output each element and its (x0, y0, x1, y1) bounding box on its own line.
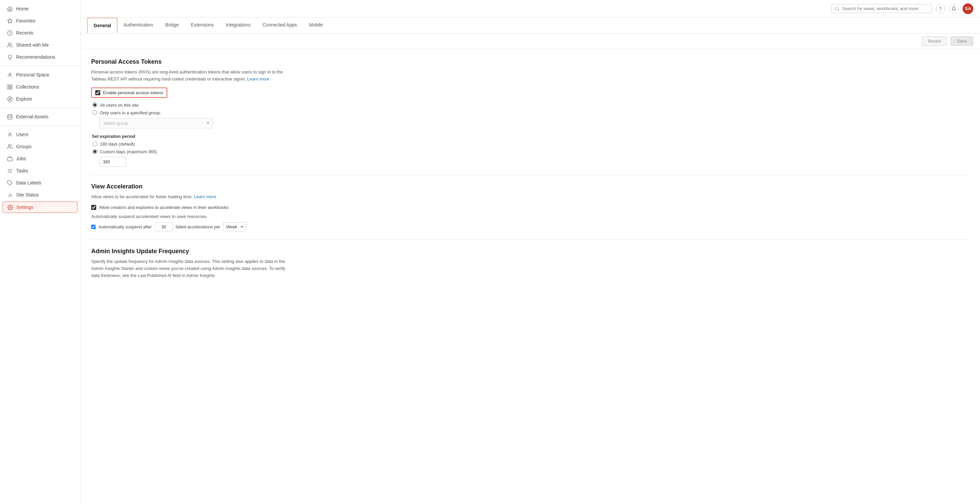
pat-learn-more-link[interactable]: Learn more (247, 76, 269, 81)
sidebar-item-jobs[interactable]: Jobs (0, 153, 80, 165)
lightbulb-icon (7, 54, 13, 60)
sidebar-item-label: Recommendations (16, 54, 55, 60)
enable-pat-checkbox-container: Enable personal access tokens (91, 87, 167, 98)
sidebar-item-explore[interactable]: Explore (0, 93, 80, 105)
svg-point-11 (9, 132, 11, 135)
pat-description: Personal access tokens (PATs) are long-l… (91, 69, 292, 83)
sidebar-item-home[interactable]: Home (0, 3, 80, 15)
specified-group-radio[interactable] (92, 110, 97, 115)
tab-extensions[interactable]: Extensions (185, 17, 220, 33)
sidebar-item-favorites[interactable]: Favorites (0, 15, 80, 27)
select-group-dropdown[interactable]: Select group (99, 118, 213, 129)
svg-point-10 (8, 114, 12, 116)
database-icon (7, 114, 13, 120)
tag-icon (7, 180, 13, 186)
admin-insights-section: Admin Insights Update Frequency Specify … (91, 248, 969, 279)
tab-mobile[interactable]: Mobile (303, 17, 329, 33)
tab-integrations[interactable]: Integrations (220, 17, 256, 33)
tab-authentication[interactable]: Authentication (117, 17, 159, 33)
grid-icon (7, 84, 13, 90)
allow-accelerate-checkbox[interactable] (91, 205, 96, 210)
tab-general[interactable]: General (87, 18, 117, 33)
question-icon: ? (939, 6, 942, 11)
custom-days-input[interactable]: 365 (99, 157, 126, 167)
personal-access-tokens-section: Personal Access Tokens Personal access t… (91, 58, 969, 167)
sidebar-item-collections[interactable]: Collections (0, 81, 80, 93)
sidebar-item-label: Recents (16, 30, 33, 35)
save-button[interactable]: Save (950, 36, 973, 46)
action-bar: Revert Save (81, 33, 980, 49)
expiry-radio-group: 180 days (default) Custom days (maximum … (92, 142, 969, 154)
180-days-radio[interactable] (92, 142, 97, 146)
expiration-section: Set expiration period 180 days (default)… (91, 134, 969, 167)
ai-description: Specify the update frequency for Admin I… (91, 258, 292, 279)
tab-bridge[interactable]: Bridge (159, 17, 185, 33)
sidebar-section-admin: External Assets (0, 108, 80, 126)
help-button[interactable]: ? (936, 4, 945, 13)
svg-line-23 (838, 10, 839, 10)
svg-point-22 (835, 7, 838, 10)
svg-point-21 (10, 207, 11, 208)
revert-button[interactable]: Revert (922, 36, 947, 46)
briefcase-icon (7, 156, 13, 162)
specified-group-label[interactable]: Only users in a specified group: (100, 110, 161, 115)
custom-days-label[interactable]: Custom days (maximum 365) (100, 149, 157, 154)
sidebar-item-recommendations[interactable]: Recommendations (0, 51, 80, 63)
sidebar-item-label: Data Labels (16, 180, 41, 186)
search-input[interactable] (842, 6, 928, 11)
sidebar-item-recents[interactable]: Recents (0, 27, 80, 39)
sidebar-item-settings[interactable]: Settings (3, 202, 78, 213)
gear-icon (7, 204, 13, 210)
sidebar-item-label: Home (16, 6, 29, 11)
home-icon (7, 6, 13, 12)
auto-suspend-label[interactable]: Automatically suspend after (98, 224, 152, 229)
sidebar-item-label: Collections (16, 84, 39, 89)
sidebar-item-shared[interactable]: Shared with Me (0, 39, 80, 51)
sidebar-item-personal-space[interactable]: Personal Space (0, 69, 80, 81)
sidebar-item-label: External Assets (16, 114, 49, 119)
chart-icon (7, 192, 13, 198)
svg-marker-0 (7, 18, 12, 23)
specified-group-radio-item: Only users in a specified group: (92, 110, 969, 115)
sidebar-item-external-assets[interactable]: External Assets (0, 111, 80, 123)
main-content: ? SA General Authentication Bridge Exten… (81, 0, 980, 504)
sidebar-item-label: Favorites (16, 18, 35, 24)
failed-text: failed accelerations per (176, 224, 221, 229)
sidebar: Home Favorites Recents (0, 0, 81, 504)
svg-rect-13 (7, 157, 12, 161)
expiry-title: Set expiration period (92, 134, 969, 139)
180-days-radio-item: 180 days (default) (92, 142, 969, 146)
all-users-label[interactable]: All users on this site (100, 103, 139, 108)
sidebar-item-site-status[interactable]: Site Status (0, 189, 80, 201)
svg-marker-9 (9, 98, 11, 100)
topbar: ? SA (81, 0, 980, 17)
settings-content: Personal Access Tokens Personal access t… (81, 49, 980, 504)
sidebar-item-groups[interactable]: Groups (0, 140, 80, 153)
select-group-container: Select group (99, 118, 969, 129)
suspend-value-input[interactable]: 30 (154, 222, 173, 231)
svg-rect-6 (8, 87, 10, 89)
allow-accelerate-label[interactable]: Allow creators and explorers to accelera… (99, 205, 229, 210)
sidebar-item-label: Tasks (16, 168, 28, 173)
sidebar-section-manage: Users Groups Jobs (0, 126, 80, 216)
svg-point-3 (9, 73, 11, 75)
auto-suspend-checkbox[interactable] (91, 225, 95, 229)
custom-days-radio[interactable] (92, 149, 97, 154)
enable-pat-label[interactable]: Enable personal access tokens (103, 90, 163, 95)
sidebar-item-label: Users (16, 132, 29, 137)
va-learn-more-link[interactable]: Learn more (194, 194, 216, 199)
sidebar-item-tasks[interactable]: Tasks (0, 165, 80, 177)
search-box[interactable] (831, 4, 932, 13)
180-days-label[interactable]: 180 days (default) (100, 142, 135, 146)
allow-accelerate-checkbox-container: Allow creators and explorers to accelera… (91, 205, 969, 210)
enable-pat-checkbox[interactable] (95, 90, 100, 95)
notifications-button[interactable] (949, 4, 959, 13)
suspend-period-select[interactable]: Week Day Month (223, 222, 246, 231)
all-users-radio[interactable] (92, 103, 97, 107)
clock-icon (7, 30, 13, 36)
avatar[interactable]: SA (963, 3, 973, 14)
sidebar-item-users[interactable]: Users (0, 129, 80, 140)
sidebar-item-data-labels[interactable]: Data Labels (0, 177, 80, 189)
section-divider-2 (91, 239, 969, 240)
tab-connected-apps[interactable]: Connected Apps (256, 17, 303, 33)
